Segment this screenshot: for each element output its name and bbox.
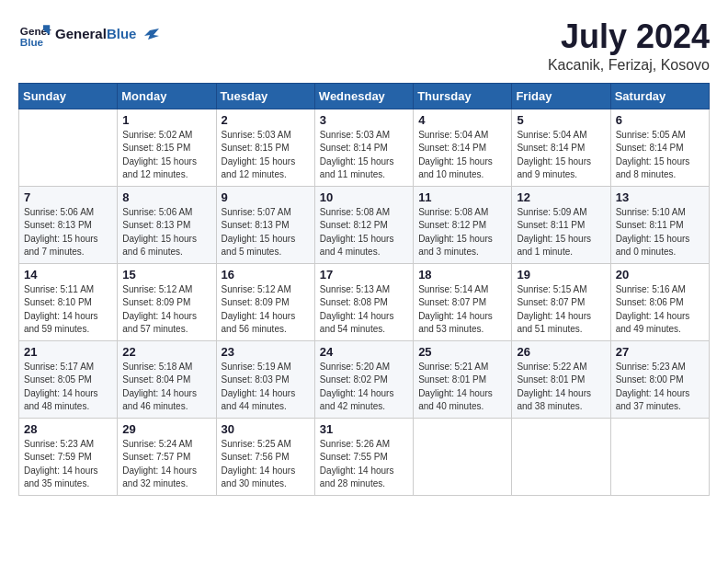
- day-number: 6: [616, 113, 704, 127]
- table-row: 26Sunrise: 5:22 AMSunset: 8:01 PMDayligh…: [512, 340, 610, 418]
- day-info: Sunrise: 5:25 AMSunset: 7:56 PMDaylight:…: [222, 438, 310, 491]
- logo-text: GeneralBlue: [55, 27, 159, 43]
- month-year-title: July 2024: [548, 18, 710, 55]
- table-row: 31Sunrise: 5:26 AMSunset: 7:55 PMDayligh…: [314, 418, 413, 495]
- table-row: 30Sunrise: 5:25 AMSunset: 7:56 PMDayligh…: [216, 418, 314, 495]
- day-number: 5: [517, 113, 605, 127]
- day-number: 24: [320, 345, 408, 359]
- table-row: 2Sunrise: 5:03 AMSunset: 8:15 PMDaylight…: [216, 109, 314, 186]
- table-row: [19, 109, 118, 186]
- table-row: 7Sunrise: 5:06 AMSunset: 8:13 PMDaylight…: [19, 186, 118, 263]
- table-row: 23Sunrise: 5:19 AMSunset: 8:03 PMDayligh…: [216, 340, 314, 418]
- day-number: 16: [222, 268, 310, 282]
- logo: General Blue GeneralBlue: [18, 18, 159, 52]
- day-info: Sunrise: 5:02 AMSunset: 8:15 PMDaylight:…: [122, 129, 210, 182]
- day-number: 2: [222, 113, 310, 127]
- table-row: 1Sunrise: 5:02 AMSunset: 8:15 PMDaylight…: [118, 109, 216, 186]
- table-row: 11Sunrise: 5:08 AMSunset: 8:12 PMDayligh…: [414, 186, 512, 263]
- title-block: July 2024 Kacanik, Ferizaj, Kosovo: [548, 18, 710, 74]
- day-info: Sunrise: 5:14 AMSunset: 8:07 PMDaylight:…: [418, 283, 506, 337]
- svg-marker-3: [144, 29, 159, 40]
- day-info: Sunrise: 5:26 AMSunset: 7:55 PMDaylight:…: [320, 438, 408, 491]
- day-info: Sunrise: 5:07 AMSunset: 8:13 PMDaylight:…: [222, 206, 310, 259]
- calendar-table: Sunday Monday Tuesday Wednesday Thursday…: [18, 83, 710, 496]
- table-row: 27Sunrise: 5:23 AMSunset: 8:00 PMDayligh…: [610, 340, 709, 418]
- day-number: 30: [222, 422, 310, 436]
- table-row: [610, 418, 709, 495]
- table-row: 28Sunrise: 5:23 AMSunset: 7:59 PMDayligh…: [19, 418, 118, 495]
- day-info: Sunrise: 5:12 AMSunset: 8:09 PMDaylight:…: [122, 283, 210, 337]
- day-number: 26: [517, 345, 605, 359]
- day-number: 31: [320, 422, 408, 436]
- day-info: Sunrise: 5:03 AMSunset: 8:15 PMDaylight:…: [222, 129, 310, 182]
- table-row: 22Sunrise: 5:18 AMSunset: 8:04 PMDayligh…: [118, 340, 216, 418]
- col-monday: Monday: [118, 83, 216, 109]
- day-info: Sunrise: 5:04 AMSunset: 8:14 PMDaylight:…: [517, 129, 605, 182]
- calendar-week-1: 1Sunrise: 5:02 AMSunset: 8:15 PMDaylight…: [19, 109, 710, 186]
- day-number: 12: [517, 190, 605, 204]
- table-row: 16Sunrise: 5:12 AMSunset: 8:09 PMDayligh…: [216, 263, 314, 340]
- day-info: Sunrise: 5:06 AMSunset: 8:13 PMDaylight:…: [24, 206, 112, 259]
- table-row: [414, 418, 512, 495]
- table-row: 29Sunrise: 5:24 AMSunset: 7:57 PMDayligh…: [118, 418, 216, 495]
- table-row: 4Sunrise: 5:04 AMSunset: 8:14 PMDaylight…: [414, 109, 512, 186]
- table-row: 17Sunrise: 5:13 AMSunset: 8:08 PMDayligh…: [314, 263, 413, 340]
- calendar-week-5: 28Sunrise: 5:23 AMSunset: 7:59 PMDayligh…: [19, 418, 710, 495]
- day-number: 8: [122, 190, 210, 204]
- day-number: 9: [222, 190, 310, 204]
- day-number: 13: [616, 190, 704, 204]
- table-row: 5Sunrise: 5:04 AMSunset: 8:14 PMDaylight…: [512, 109, 610, 186]
- day-number: 18: [418, 268, 506, 282]
- col-wednesday: Wednesday: [314, 83, 413, 109]
- day-info: Sunrise: 5:24 AMSunset: 7:57 PMDaylight:…: [122, 438, 210, 491]
- day-number: 17: [320, 268, 408, 282]
- table-row: 15Sunrise: 5:12 AMSunset: 8:09 PMDayligh…: [118, 263, 216, 340]
- day-number: 21: [24, 345, 112, 359]
- col-friday: Friday: [512, 83, 610, 109]
- day-info: Sunrise: 5:03 AMSunset: 8:14 PMDaylight:…: [320, 129, 408, 182]
- day-number: 1: [122, 113, 210, 127]
- day-number: 7: [24, 190, 112, 204]
- day-number: 25: [418, 345, 506, 359]
- day-info: Sunrise: 5:19 AMSunset: 8:03 PMDaylight:…: [222, 361, 310, 414]
- day-number: 14: [24, 268, 112, 282]
- table-row: 13Sunrise: 5:10 AMSunset: 8:11 PMDayligh…: [610, 186, 709, 263]
- table-row: 8Sunrise: 5:06 AMSunset: 8:13 PMDaylight…: [118, 186, 216, 263]
- day-number: 10: [320, 190, 408, 204]
- table-row: 14Sunrise: 5:11 AMSunset: 8:10 PMDayligh…: [19, 263, 118, 340]
- day-number: 20: [616, 268, 704, 282]
- day-info: Sunrise: 5:23 AMSunset: 8:00 PMDaylight:…: [616, 361, 704, 414]
- day-info: Sunrise: 5:06 AMSunset: 8:13 PMDaylight:…: [122, 206, 210, 259]
- day-info: Sunrise: 5:08 AMSunset: 8:12 PMDaylight:…: [320, 206, 408, 259]
- table-row: 9Sunrise: 5:07 AMSunset: 8:13 PMDaylight…: [216, 186, 314, 263]
- day-number: 27: [616, 345, 704, 359]
- day-info: Sunrise: 5:05 AMSunset: 8:14 PMDaylight:…: [616, 129, 704, 182]
- day-info: Sunrise: 5:21 AMSunset: 8:01 PMDaylight:…: [418, 361, 506, 414]
- day-info: Sunrise: 5:17 AMSunset: 8:05 PMDaylight:…: [24, 361, 112, 414]
- day-number: 15: [122, 268, 210, 282]
- day-info: Sunrise: 5:08 AMSunset: 8:12 PMDaylight:…: [418, 206, 506, 259]
- day-info: Sunrise: 5:13 AMSunset: 8:08 PMDaylight:…: [320, 283, 408, 337]
- col-saturday: Saturday: [610, 83, 709, 109]
- day-info: Sunrise: 5:10 AMSunset: 8:11 PMDaylight:…: [616, 206, 704, 259]
- day-info: Sunrise: 5:12 AMSunset: 8:09 PMDaylight:…: [222, 283, 310, 337]
- col-thursday: Thursday: [414, 83, 512, 109]
- day-info: Sunrise: 5:09 AMSunset: 8:11 PMDaylight:…: [517, 206, 605, 259]
- table-row: 24Sunrise: 5:20 AMSunset: 8:02 PMDayligh…: [314, 340, 413, 418]
- table-row: 19Sunrise: 5:15 AMSunset: 8:07 PMDayligh…: [512, 263, 610, 340]
- day-info: Sunrise: 5:18 AMSunset: 8:04 PMDaylight:…: [122, 361, 210, 414]
- day-number: 28: [24, 422, 112, 436]
- day-number: 3: [320, 113, 408, 127]
- svg-text:Blue: Blue: [20, 36, 44, 48]
- table-row: 10Sunrise: 5:08 AMSunset: 8:12 PMDayligh…: [314, 186, 413, 263]
- calendar-header-row: Sunday Monday Tuesday Wednesday Thursday…: [19, 83, 710, 109]
- table-row: [512, 418, 610, 495]
- col-sunday: Sunday: [19, 83, 118, 109]
- day-info: Sunrise: 5:22 AMSunset: 8:01 PMDaylight:…: [517, 361, 605, 414]
- day-number: 11: [418, 190, 506, 204]
- location-subtitle: Kacanik, Ferizaj, Kosovo: [548, 57, 710, 74]
- table-row: 12Sunrise: 5:09 AMSunset: 8:11 PMDayligh…: [512, 186, 610, 263]
- day-info: Sunrise: 5:11 AMSunset: 8:10 PMDaylight:…: [24, 283, 112, 337]
- calendar-week-3: 14Sunrise: 5:11 AMSunset: 8:10 PMDayligh…: [19, 263, 710, 340]
- day-number: 23: [222, 345, 310, 359]
